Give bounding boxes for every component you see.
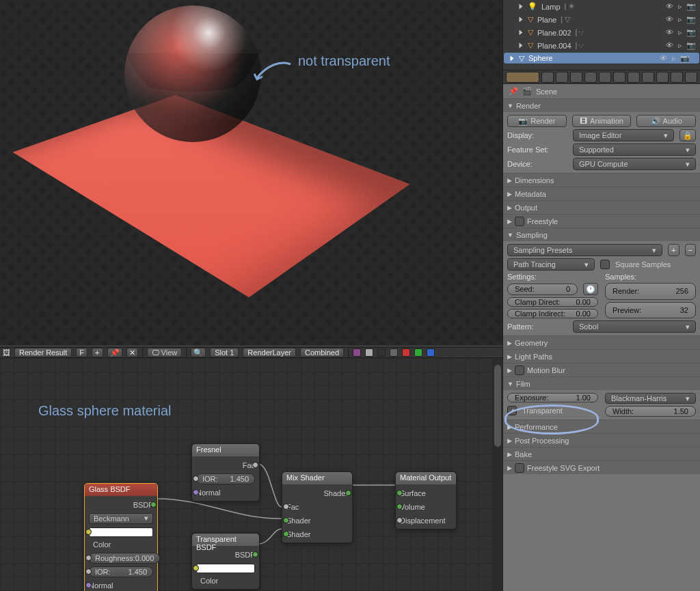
square-samples-checkbox[interactable] <box>600 260 610 269</box>
image-editor-icon[interactable]: 🖼 <box>3 348 10 357</box>
unlink-icon[interactable]: ✕ <box>126 348 138 357</box>
audio-button[interactable]: 🔊 Audio <box>636 115 696 127</box>
pixel-filter-dropdown[interactable]: Blackman-Harris▾ <box>605 393 696 404</box>
channel-rgb-icon[interactable] <box>365 348 373 357</box>
freestyle-checkbox[interactable] <box>515 217 524 226</box>
modifiers-tab-icon[interactable] <box>613 72 625 83</box>
freestyle-svg-checkbox[interactable] <box>515 463 524 473</box>
eye-icon[interactable]: 👁 <box>664 28 674 37</box>
render-viewport[interactable]: not transparent <box>0 0 502 345</box>
add-image-icon[interactable]: + <box>92 348 103 357</box>
pass-dropdown[interactable]: Combined <box>300 348 344 357</box>
cursor-icon[interactable]: ▹ <box>675 41 685 50</box>
node-fresnel[interactable]: Fresnel Fac IOR:1.450 Normal <box>191 443 260 501</box>
glass-ior-field[interactable]: IOR:1.450 <box>89 566 153 577</box>
sampling-presets-dropdown[interactable]: Sampling Presets▾ <box>507 244 662 256</box>
render-layer-dropdown[interactable]: RenderLayer <box>243 348 296 357</box>
pin-icon[interactable]: 📌 <box>509 87 518 96</box>
glass-roughness-field[interactable]: Roughness:0.000 <box>89 553 160 564</box>
object-tab-icon[interactable] <box>584 72 597 83</box>
panel-metadata-header[interactable]: ▶Metadata <box>503 187 700 200</box>
animation-button[interactable]: 🎞 Animation <box>572 115 632 127</box>
add-preset-icon[interactable]: + <box>668 244 679 256</box>
device-dropdown[interactable]: GPU Compute▾ <box>573 158 696 170</box>
panel-post-processing-header[interactable]: ▶Post Processing <box>503 434 700 447</box>
transparent-color-swatch[interactable] <box>196 564 255 573</box>
cursor-icon[interactable]: ▹ <box>675 2 685 11</box>
data-tab-icon[interactable] <box>628 72 640 83</box>
texture-tab-icon[interactable] <box>656 72 669 83</box>
cursor-icon[interactable]: ▹ <box>675 15 685 24</box>
fresnel-ior-field[interactable]: IOR:1.450 <box>196 473 255 484</box>
glass-color-swatch[interactable] <box>89 527 153 537</box>
display-dropdown[interactable]: Image Editor▾ <box>573 129 674 141</box>
render-icon[interactable]: 📷 <box>686 41 696 50</box>
clock-icon[interactable]: 🕐 <box>583 283 598 295</box>
scene-tab-icon[interactable] <box>556 72 568 83</box>
node-editor-scrollbar[interactable] <box>493 358 502 591</box>
panel-output-header[interactable]: ▶Output <box>503 201 700 214</box>
channel-r-icon[interactable] <box>402 348 410 357</box>
panel-film-header[interactable]: ▼Film <box>503 377 700 390</box>
node-editor[interactable]: Glass sphere material Glass BSDF BSDF Be… <box>0 358 502 591</box>
node-glass-bsdf[interactable]: Glass BSDF BSDF Beckmann▾ Color Roughnes… <box>84 483 158 591</box>
lock-icon[interactable]: 🔒 <box>679 129 696 141</box>
panel-dimensions-header[interactable]: ▶Dimensions <box>503 174 700 187</box>
eye-icon[interactable]: 👁 <box>664 15 674 24</box>
panel-geometry-header[interactable]: ▶Geometry <box>503 336 700 349</box>
outliner-item-plane004[interactable]: ▽ Plane.004| ⸪ 👁▹📷 <box>503 39 700 52</box>
material-tab-icon[interactable] <box>642 72 654 83</box>
channel-z-icon[interactable] <box>390 348 398 357</box>
panel-freestyle-header[interactable]: ▶Freestyle <box>503 215 700 228</box>
render-icon[interactable]: 📷 <box>686 2 696 11</box>
channel-b-icon[interactable] <box>427 348 435 357</box>
pattern-dropdown[interactable]: Sobol▾ <box>573 320 696 333</box>
render-tab-icon[interactable] <box>506 72 539 83</box>
channel-alpha-icon[interactable] <box>377 348 386 357</box>
feature-set-dropdown[interactable]: Supported▾ <box>573 143 696 156</box>
view-menu[interactable]: 🖵 View <box>147 348 183 357</box>
clamp-direct-field[interactable]: Clamp Direct:0.00 <box>507 297 598 307</box>
cursor-icon[interactable]: ▹ <box>675 28 685 37</box>
outliner-item-lamp[interactable]: 💡 Lamp| ☀ 👁▹📷 <box>503 0 700 13</box>
clamp-indirect-field[interactable]: Clamp Indirect:0.00 <box>507 309 598 318</box>
cursor-icon[interactable]: ▹ <box>669 54 679 63</box>
panel-render-header[interactable]: ▼Render <box>503 99 700 112</box>
glass-distribution-dropdown[interactable]: Beckmann▾ <box>89 513 153 524</box>
node-mix-shader[interactable]: Mix Shader Shader Fac Shader Shader <box>282 471 353 543</box>
constraints-tab-icon[interactable] <box>599 72 611 83</box>
integrator-dropdown[interactable]: Path Tracing▾ <box>507 258 595 271</box>
remove-preset-icon[interactable]: − <box>685 244 696 256</box>
motion-blur-checkbox[interactable] <box>515 366 524 375</box>
filter-width-field[interactable]: Width:1.50 <box>605 406 696 417</box>
render-icon[interactable]: 📷 <box>686 28 696 37</box>
eye-icon[interactable]: 👁 <box>658 54 668 63</box>
render-button[interactable]: 📷 Render <box>507 115 567 127</box>
eye-icon[interactable]: 👁 <box>664 2 674 11</box>
render-layers-tab-icon[interactable] <box>541 72 554 83</box>
channel-rgba-icon[interactable] <box>353 348 361 357</box>
panel-light-paths-header[interactable]: ▶Light Paths <box>503 350 700 363</box>
panel-motion-blur-header[interactable]: ▶Motion Blur <box>503 363 700 376</box>
node-transparent-bsdf[interactable]: Transparent BSDF BSDF Color <box>191 533 260 590</box>
channel-g-icon[interactable] <box>414 348 422 357</box>
panel-freestyle-svg-header[interactable]: ▶Freestyle SVG Export <box>503 461 700 474</box>
render-icon[interactable]: 📷 <box>680 54 690 63</box>
node-material-output[interactable]: Material Output Surface Volume Displacem… <box>395 471 457 530</box>
image-dropdown[interactable]: Render Result <box>14 348 72 357</box>
particles-tab-icon[interactable] <box>671 72 683 83</box>
fake-user-button[interactable]: F <box>76 348 88 357</box>
panel-bake-header[interactable]: ▶Bake <box>503 448 700 461</box>
exposure-field[interactable]: Exposure:1.00 <box>507 393 598 402</box>
physics-tab-icon[interactable] <box>685 72 697 83</box>
panel-sampling-header[interactable]: ▼Sampling <box>503 228 700 241</box>
seed-field[interactable]: Seed:0 <box>507 284 578 295</box>
outliner-item-plane002[interactable]: ▽ Plane.002| ⸪ 👁▹📷 <box>503 26 700 39</box>
render-icon[interactable]: 📷 <box>686 15 696 24</box>
world-tab-icon[interactable] <box>570 72 582 83</box>
outliner-item-sphere[interactable]: ▽ Sphere 👁▹📷 <box>503 52 700 64</box>
slot-dropdown[interactable]: Slot 1 <box>210 348 239 357</box>
outliner[interactable]: 💡 Lamp| ☀ 👁▹📷 ▽ Plane| ▽ 👁▹📷 ▽ Plane.002… <box>503 0 700 70</box>
preview-samples-field[interactable]: Preview:32 <box>605 302 696 319</box>
render-samples-field[interactable]: Render:256 <box>605 283 696 300</box>
